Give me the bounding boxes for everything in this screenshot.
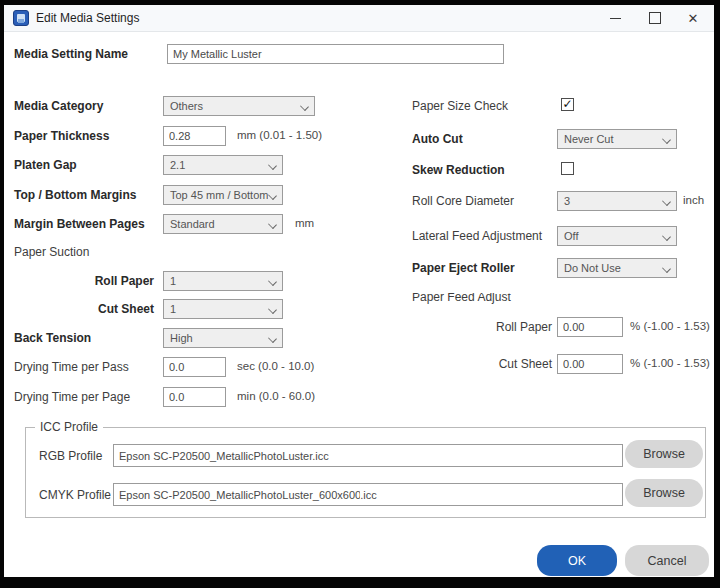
- roll-core-diameter-value: 3: [558, 195, 662, 207]
- paper-eject-roller-select[interactable]: Do Not Use: [557, 258, 677, 278]
- roll-core-diameter-unit: inch: [683, 194, 704, 206]
- margin-between-pages-label: Margin Between Pages: [14, 217, 145, 231]
- cmyk-profile-input[interactable]: [113, 483, 623, 506]
- paper-size-check-checkbox[interactable]: ✓: [561, 98, 574, 111]
- rgb-profile-label: RGB Profile: [39, 449, 102, 463]
- drying-time-per-page-unit: min (0.0 - 60.0): [237, 390, 315, 402]
- chevron-down-icon: [268, 220, 277, 229]
- paper-suction-label: Paper Suction: [14, 245, 89, 259]
- chevron-down-icon: [268, 305, 277, 314]
- chevron-down-icon: [662, 135, 671, 144]
- platen-gap-select[interactable]: 2.1: [163, 155, 283, 175]
- drying-time-per-pass-unit: sec (0.0 - 10.0): [237, 360, 314, 372]
- top-bottom-margins-value: Top 45 mm / Bottom: [164, 189, 268, 201]
- auto-cut-label: Auto Cut: [412, 132, 463, 146]
- maximize-button[interactable]: [638, 5, 672, 31]
- skew-reduction-checkbox[interactable]: [561, 162, 574, 175]
- media-setting-name-input[interactable]: [167, 44, 504, 64]
- suction-roll-paper-value: 1: [164, 275, 268, 287]
- feed-roll-paper-label: Roll Paper: [412, 320, 552, 334]
- drying-time-per-page-label: Drying Time per Page: [14, 390, 130, 404]
- chevron-down-icon: [268, 191, 277, 200]
- auto-cut-select[interactable]: Never Cut: [557, 129, 677, 149]
- feed-cut-sheet-label: Cut Sheet: [412, 357, 552, 371]
- lateral-feed-adjustment-select[interactable]: Off: [557, 226, 677, 246]
- minimize-button[interactable]: [598, 5, 632, 31]
- paper-thickness-unit: mm (0.01 - 1.50): [237, 129, 322, 141]
- paper-eject-roller-value: Do Not Use: [558, 262, 662, 274]
- check-icon: ✓: [562, 98, 572, 110]
- margin-between-pages-unit: mm: [295, 217, 314, 229]
- top-bottom-margins-select[interactable]: Top 45 mm / Bottom: [163, 185, 283, 205]
- back-tension-value: High: [164, 332, 268, 344]
- lateral-feed-adjustment-label: Lateral Feed Adjustment: [412, 229, 542, 243]
- lateral-feed-adjustment-value: Off: [558, 230, 662, 242]
- icc-profile-group-label: ICC Profile: [35, 420, 103, 434]
- rgb-profile-input[interactable]: [113, 444, 623, 467]
- edit-media-settings-dialog: Edit Media Settings ✕ Media Setting Name…: [4, 5, 714, 577]
- chevron-down-icon: [662, 197, 671, 206]
- app-icon: [13, 10, 29, 26]
- feed-roll-paper-input[interactable]: [557, 317, 623, 337]
- chevron-down-icon: [300, 102, 309, 111]
- ok-button[interactable]: OK: [537, 545, 617, 576]
- platen-gap-label: Platen Gap: [14, 158, 77, 172]
- chevron-down-icon: [268, 161, 277, 170]
- cmyk-profile-label: CMYK Profile: [39, 488, 111, 502]
- media-category-select[interactable]: Others: [163, 96, 315, 116]
- minimize-icon: [610, 18, 621, 19]
- app-icon-glyph2: [18, 19, 24, 23]
- back-tension-select[interactable]: High: [163, 328, 283, 348]
- chevron-down-icon: [268, 334, 277, 343]
- cmyk-browse-button[interactable]: Browse: [625, 479, 703, 507]
- close-button[interactable]: ✕: [676, 5, 710, 31]
- feed-roll-paper-unit: % (-1.00 - 1.53): [630, 320, 710, 332]
- auto-cut-value: Never Cut: [558, 133, 662, 145]
- title-bar: Edit Media Settings ✕: [4, 5, 714, 32]
- margin-between-pages-select[interactable]: Standard: [163, 214, 283, 234]
- platen-gap-value: 2.1: [164, 159, 268, 171]
- drying-time-per-page-input[interactable]: [163, 387, 226, 407]
- paper-eject-roller-label: Paper Eject Roller: [412, 261, 515, 275]
- chevron-down-icon: [662, 264, 671, 273]
- chevron-down-icon: [662, 232, 671, 241]
- close-icon: ✕: [688, 11, 699, 26]
- suction-roll-paper-select[interactable]: 1: [163, 271, 283, 291]
- paper-thickness-label: Paper Thickness: [14, 129, 109, 143]
- chevron-down-icon: [268, 277, 277, 286]
- roll-core-diameter-select[interactable]: 3: [557, 191, 677, 211]
- suction-cut-sheet-label: Cut Sheet: [14, 302, 154, 316]
- suction-cut-sheet-value: 1: [164, 303, 268, 315]
- paper-size-check-label: Paper Size Check: [412, 99, 508, 113]
- drying-time-per-pass-label: Drying Time per Pass: [14, 360, 129, 374]
- back-tension-label: Back Tension: [14, 331, 91, 345]
- paper-feed-adjust-label: Paper Feed Adjust: [412, 291, 511, 304]
- paper-thickness-input[interactable]: [163, 126, 226, 146]
- suction-roll-paper-label: Roll Paper: [14, 274, 154, 288]
- cancel-button[interactable]: Cancel: [625, 545, 709, 576]
- icc-profile-group: ICC Profile RGB Profile Browse CMYK Prof…: [25, 427, 706, 518]
- drying-time-per-pass-input[interactable]: [163, 357, 226, 377]
- top-bottom-margins-label: Top / Bottom Margins: [14, 188, 136, 202]
- skew-reduction-label: Skew Reduction: [412, 163, 505, 177]
- feed-cut-sheet-input[interactable]: [557, 354, 623, 374]
- feed-cut-sheet-unit: % (-1.00 - 1.53): [630, 357, 710, 369]
- roll-core-diameter-label: Roll Core Diameter: [412, 194, 514, 208]
- media-category-label: Media Category: [14, 99, 103, 113]
- media-category-value: Others: [164, 100, 300, 112]
- suction-cut-sheet-select[interactable]: 1: [163, 299, 283, 319]
- rgb-browse-button[interactable]: Browse: [625, 440, 703, 468]
- maximize-icon: [649, 12, 661, 24]
- window-title: Edit Media Settings: [36, 11, 139, 25]
- margin-between-pages-value: Standard: [164, 218, 268, 230]
- media-setting-name-label: Media Setting Name: [14, 47, 128, 61]
